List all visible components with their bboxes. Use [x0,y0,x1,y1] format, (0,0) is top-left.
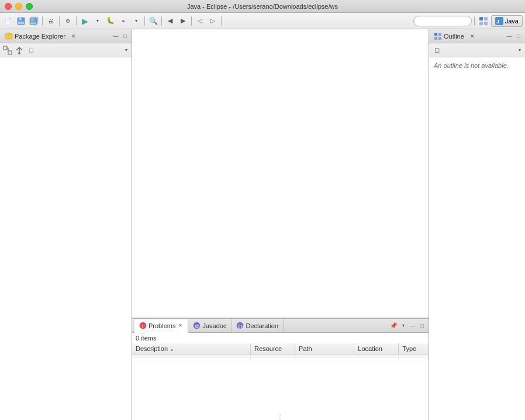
collapse-all-btn[interactable] [2,45,13,56]
package-explorer-toolbar: ◻ ▾ [0,43,132,57]
outline-maximize-btn[interactable]: □ [514,32,523,40]
back-button[interactable]: ◁ [194,15,206,27]
package-explorer-tab[interactable]: Package Explorer [2,31,68,42]
sep3 [76,16,77,26]
col-resource[interactable]: Resource [251,343,295,354]
outline-tab-label: Outline [444,33,464,40]
svg-marker-13 [5,33,12,34]
svg-rect-1 [19,18,22,20]
svg-rect-26 [434,33,437,36]
outline-panel: Outline ✕ — □ ◻ ▾ An outline is not avai… [429,29,525,420]
save-all-button[interactable] [28,15,40,27]
declaration-tab-label: Declaration [246,322,278,329]
sep6 [191,16,192,26]
run-config-dropdown[interactable]: ▾ [130,15,142,27]
search-button[interactable]: 🔍 [147,15,159,27]
open-perspective-button[interactable] [477,15,490,27]
bottom-controls: 📌 ▾ — □ [389,321,426,331]
bottom-pin-btn[interactable]: 📌 [389,321,398,331]
svg-rect-8 [484,17,488,20]
package-explorer-tab-icon [5,32,13,40]
svg-rect-28 [434,37,437,40]
maximize-panel-btn[interactable]: □ [121,32,129,40]
outline-minimize-btn[interactable]: — [505,32,513,40]
java-perspective-button[interactable]: J Java [491,15,523,27]
debug-button[interactable]: 🐛 [105,15,116,27]
forward-button[interactable]: ▷ [207,15,219,27]
svg-text:{ }: { } [239,324,243,329]
problems-tab-label: Problems [148,322,175,329]
bottom-area: ! Problems ✕ @ Javadoc [132,318,429,420]
editor-main[interactable] [132,29,429,318]
outline-message: An outline is not available. [429,57,525,74]
items-count: 0 items [132,333,429,343]
svg-rect-14 [4,46,7,50]
package-explorer-label: Package Explorer [15,33,65,40]
window-title: Java - Eclipse - /Users/serano/Downloads… [187,3,338,10]
outline-dropdown[interactable]: ▾ [517,47,523,53]
outline-tab[interactable]: Outline [431,31,467,42]
sep8 [474,16,475,26]
traffic-lights [5,3,33,10]
problems-tab-close[interactable]: ✕ [177,323,183,329]
package-explorer-panel: Package Explorer ✕ — □ [0,29,132,420]
sep5 [161,16,162,26]
svg-rect-27 [438,33,441,36]
run-button[interactable]: ▶ [79,15,91,27]
svg-rect-2 [18,22,24,24]
main-toolbar: 📄 🖨 ⚙ ▶ ▾ 🐛 ● ▾ 🔍 ◀ ▶ ◁ ▷ [0,13,525,29]
package-explorer-controls: — □ [112,32,129,40]
outline-tab-icon [434,32,442,40]
col-path[interactable]: Path [295,343,354,354]
declaration-tab[interactable]: { } Declaration [232,319,284,332]
svg-text:@: @ [195,323,200,329]
run-dropdown[interactable]: ▾ [92,15,103,27]
problems-table: Description ▴ Resource Path [132,343,429,360]
outline-close[interactable]: ✕ [469,33,476,40]
col-type[interactable]: Type [399,343,429,354]
minimize-button[interactable] [15,3,22,10]
refactor-button[interactable]: ⚙ [62,15,74,27]
right-container: ! Problems ✕ @ Javadoc [132,29,525,420]
close-button[interactable] [5,3,12,10]
svg-rect-10 [484,22,488,25]
outline-view-btn[interactable]: ◻ [431,45,442,56]
bottom-maximize-btn[interactable]: □ [418,322,426,330]
prev-edit-button[interactable]: ◀ [164,15,176,27]
view-menu-btn[interactable]: ◻ [26,45,36,56]
svg-rect-7 [479,17,483,20]
outline-content: An outline is not available. [429,57,525,420]
next-edit-button[interactable]: ▶ [177,15,189,27]
minimize-panel-btn[interactable]: — [112,32,120,40]
editor-area: ! Problems ✕ @ Javadoc [132,29,429,420]
problems-tab-icon: ! [139,322,147,329]
bottom-content: 0 items Description ▴ Resource [132,333,429,414]
link-with-editor-btn[interactable] [14,45,25,56]
package-explorer-close[interactable]: ✕ [70,33,77,40]
problems-tab[interactable]: ! Problems ✕ [134,319,188,333]
new-button[interactable]: 📄 [2,15,14,27]
svg-rect-6 [31,17,38,23]
javadoc-tab[interactable]: @ Javadoc [188,319,232,332]
col-location[interactable]: Location [354,343,399,354]
drag-indicator: ⋮ [132,414,429,420]
svg-text:J: J [496,19,499,25]
maximize-button[interactable] [26,3,33,10]
svg-text:!: ! [142,323,144,329]
svg-rect-9 [479,22,483,25]
sep7 [221,16,222,26]
run-config-button[interactable]: ● [118,15,129,27]
col-description[interactable]: Description ▴ [132,343,251,354]
panel-dropdown-arrow[interactable]: ▾ [123,47,129,53]
print-button[interactable]: 🖨 [45,15,57,27]
java-perspective-icon: J [495,17,503,25]
package-explorer-content [0,57,132,420]
bottom-minimize-btn[interactable]: — [409,322,417,330]
sep4 [144,16,145,26]
search-input[interactable] [413,16,472,26]
sep2 [59,16,60,26]
title-bar: Java - Eclipse - /Users/serano/Downloads… [0,0,525,13]
bottom-dropdown-btn[interactable]: ▾ [399,322,407,330]
declaration-tab-icon: { } [236,322,244,329]
save-button[interactable] [15,15,27,27]
